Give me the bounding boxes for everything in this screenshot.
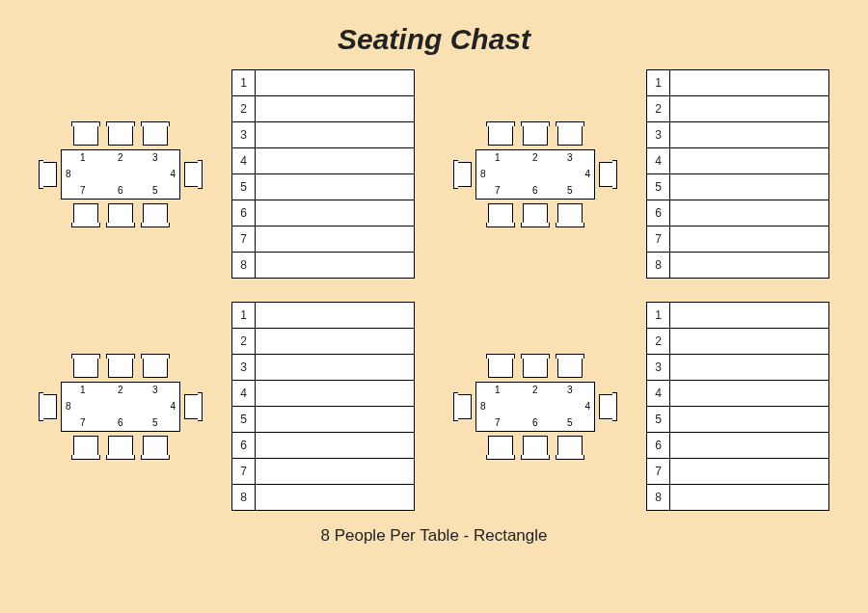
seat-name-cell	[256, 303, 415, 329]
chair-icon	[108, 357, 133, 378]
seat-name-cell	[256, 253, 415, 279]
seat-name-cell	[670, 433, 829, 459]
seat-name-cell	[256, 381, 415, 407]
chair-icon	[41, 162, 57, 187]
table-row: 7	[232, 227, 415, 253]
page-title: Seating Chast	[0, 0, 868, 69]
chair-icon	[184, 394, 200, 419]
seat-name-cell	[256, 355, 415, 381]
seat-number-cell: 4	[647, 381, 670, 407]
table-row: 8	[647, 485, 829, 511]
seat-label: 1	[80, 153, 86, 163]
seat-label: 6	[118, 418, 123, 428]
seat-number-cell: 8	[232, 253, 256, 279]
seat-label: 5	[152, 186, 158, 196]
seat-number-cell: 1	[647, 70, 670, 96]
table-row: 1	[647, 70, 829, 96]
seat-name-cell	[256, 407, 415, 433]
seat-name-cell	[670, 122, 829, 148]
table-diagram: 1 2 3 4 5 6 7 8	[39, 117, 203, 232]
seat-label: 8	[480, 402, 486, 412]
seat-label: 4	[584, 170, 590, 179]
seat-label: 6	[118, 186, 123, 196]
table-row: 4	[647, 381, 829, 407]
table-row: 7	[647, 227, 829, 253]
chair-icon	[73, 124, 98, 146]
seat-number-cell: 4	[232, 148, 256, 174]
seat-number-cell: 1	[232, 303, 256, 329]
table-row: 3	[647, 122, 829, 148]
table-row: 6	[232, 433, 415, 459]
seat-number-cell: 3	[647, 355, 670, 381]
seat-name-cell	[670, 227, 829, 253]
chair-icon	[456, 162, 472, 187]
chair-icon	[108, 124, 133, 146]
table-row: 2	[232, 329, 415, 355]
seat-name-cell	[670, 303, 829, 329]
chair-icon	[488, 436, 513, 457]
seat-label: 4	[170, 402, 176, 412]
footer-caption: 8 People Per Table - Rectangle	[0, 511, 868, 546]
seat-label: 7	[80, 186, 86, 196]
seat-number-cell: 1	[647, 303, 670, 329]
seat-number-cell: 5	[232, 174, 256, 200]
chair-icon	[73, 203, 98, 225]
seat-label: 7	[495, 418, 501, 428]
seat-name-cell	[256, 122, 415, 148]
seat-number-cell: 8	[647, 253, 670, 279]
table-row: 8	[232, 485, 415, 511]
chair-icon	[143, 124, 168, 146]
seating-grid: 1 2 3 4 5 6 7 8 1 2 3 4 5 6 7 8	[0, 69, 868, 511]
chair-icon	[456, 394, 472, 419]
seat-name-cell	[256, 459, 415, 485]
seat-label: 2	[532, 153, 538, 163]
table-row: 4	[647, 148, 829, 174]
seat-name-cell	[256, 70, 415, 96]
seat-name-cell	[256, 329, 415, 355]
name-list-table: 1 2 3 4 5 6 7 8	[231, 302, 415, 511]
seat-number-cell: 7	[647, 459, 670, 485]
seat-number-cell: 4	[232, 381, 256, 407]
chair-icon	[108, 436, 133, 457]
seat-label: 1	[495, 153, 501, 163]
chair-icon	[488, 203, 513, 225]
seat-label: 3	[152, 153, 158, 163]
seat-number-cell: 3	[232, 122, 256, 148]
chair-icon	[41, 394, 57, 419]
seat-number-cell: 1	[232, 70, 256, 96]
table-diagram: 1 2 3 4 5 6 7 8	[39, 349, 203, 465]
seat-name-cell	[256, 433, 415, 459]
name-list-table: 1 2 3 4 5 6 7 8	[231, 69, 415, 279]
seat-label: 2	[532, 386, 538, 395]
table-diagram: 1 2 3 4 5 6 7 8	[453, 349, 617, 465]
seat-label: 5	[567, 418, 573, 428]
seat-number-cell: 2	[647, 96, 670, 122]
seat-name-cell	[670, 148, 829, 174]
table-unit-3: 1 2 3 4 5 6 7 8 1 2 3 4 5 6 7 8	[39, 302, 415, 511]
seat-number-cell: 5	[647, 174, 670, 200]
table-row: 3	[647, 355, 829, 381]
seat-number-cell: 2	[647, 329, 670, 355]
seat-label: 4	[584, 402, 590, 412]
table-row: 6	[647, 433, 829, 459]
seat-label: 5	[152, 418, 158, 428]
chair-icon	[523, 203, 548, 225]
table-row: 5	[232, 174, 415, 200]
chair-icon	[143, 203, 168, 225]
chair-icon	[108, 203, 133, 225]
seat-number-cell: 8	[232, 485, 256, 511]
seat-label: 3	[567, 153, 573, 163]
chair-icon	[488, 124, 513, 146]
chair-icon	[599, 162, 614, 187]
chair-icon	[557, 357, 583, 378]
seat-label: 3	[567, 386, 573, 395]
table-row: 5	[232, 407, 415, 433]
seat-label: 1	[80, 386, 86, 395]
seat-number-cell: 3	[647, 122, 670, 148]
seat-name-cell	[670, 381, 829, 407]
seat-label: 8	[480, 170, 486, 179]
table-row: 3	[232, 122, 415, 148]
chair-icon	[557, 203, 583, 225]
seat-name-cell	[670, 485, 829, 511]
seat-number-cell: 6	[232, 433, 256, 459]
